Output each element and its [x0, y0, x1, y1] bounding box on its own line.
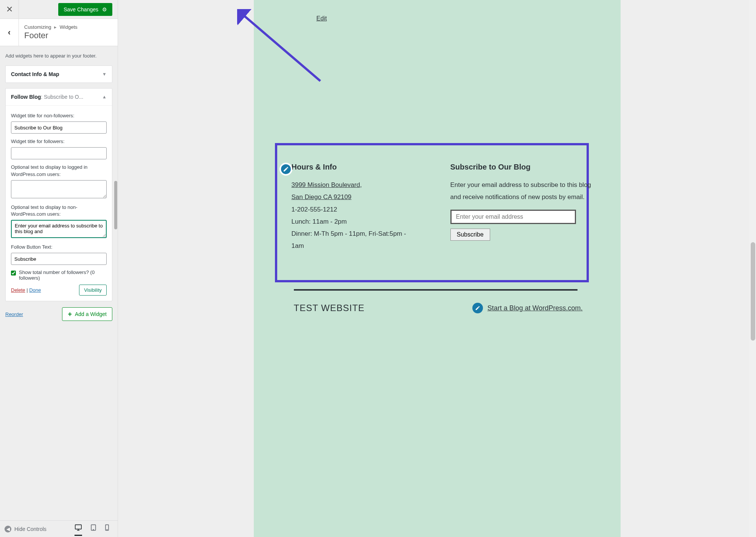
- dinner-line: Dinner: M-Th 5pm - 11pm, Fri-Sat:5pm - 1…: [292, 228, 420, 252]
- preview-scrollbar[interactable]: [749, 0, 756, 537]
- close-icon: ✕: [6, 5, 13, 14]
- show-followers-label: Show total number of followers? (0 follo…: [19, 269, 107, 281]
- sidebar-bottombar: ◀ Hide Controls: [0, 520, 118, 537]
- blog-link-edit-shortcut[interactable]: [472, 303, 483, 313]
- start-blog-link[interactable]: Start a Blog at WordPress.com.: [487, 304, 583, 312]
- nonfollowers-title-input[interactable]: [11, 121, 107, 134]
- customizer-sidebar: ✕ Save Changes ⚙ ‹ Customizing ▸ Widgets…: [0, 0, 118, 537]
- annotation-arrow-icon: [237, 9, 324, 85]
- device-tablet-button[interactable]: [90, 524, 96, 534]
- widget-delete-link[interactable]: Delete: [11, 287, 25, 293]
- add-widget-button[interactable]: + Add a Widget: [62, 307, 112, 321]
- loggedin-text-input[interactable]: [11, 180, 107, 198]
- svg-rect-0: [75, 525, 81, 529]
- footer-divider: [294, 289, 577, 291]
- widget-title: Contact Info & Map: [11, 71, 59, 77]
- save-changes-label: Save Changes: [64, 6, 98, 12]
- arrow-left-icon: ◀: [5, 526, 11, 532]
- breadcrumb-sep-icon: ▸: [54, 24, 57, 30]
- subscribe-heading: Subscribe to Our Blog: [450, 163, 598, 171]
- breadcrumb: Customizing ▸ Widgets: [24, 24, 112, 30]
- tablet-icon: [90, 524, 96, 531]
- device-switcher: [75, 524, 113, 534]
- sidebar-scrollbar[interactable]: [114, 0, 118, 537]
- widgets-footer-actions: Reorder + Add a Widget: [0, 307, 118, 326]
- show-followers-checkbox[interactable]: [11, 271, 16, 276]
- widget-follow-blog: Follow Blog: Subscribe to O... ▲ Widget …: [5, 88, 112, 301]
- subscribe-widget: Subscribe to Our Blog Enter your email a…: [450, 163, 598, 252]
- add-widget-label: Add a Widget: [75, 311, 107, 317]
- widget-done-link[interactable]: Done: [29, 287, 41, 293]
- chevron-up-icon: ▲: [102, 94, 107, 100]
- subscribe-desc: Enter your email address to subscribe to…: [450, 179, 598, 204]
- svg-point-4: [93, 529, 93, 530]
- subscribe-button[interactable]: Subscribe: [450, 229, 490, 241]
- address-line-2[interactable]: San Diego CA 92109: [292, 191, 439, 203]
- sidebar-topbar: ✕ Save Changes ⚙: [0, 0, 118, 19]
- nonloggedin-text-label: Optional text to display to non-WordPres…: [11, 204, 107, 218]
- widget-title-suffix: : Subscribe to O...: [41, 94, 83, 100]
- nonfollowers-title-label: Widget title for non-followers:: [11, 112, 107, 119]
- svg-point-6: [107, 529, 107, 530]
- hide-controls-label: Hide Controls: [14, 526, 47, 532]
- followers-title-label: Widget title for followers:: [11, 138, 107, 145]
- widget-contact-info-header[interactable]: Contact Info & Map ▼: [6, 66, 112, 82]
- page-title: Footer: [24, 31, 112, 40]
- follow-button-text-label: Follow Button Text:: [11, 244, 107, 251]
- footer-edit-shortcut[interactable]: [279, 163, 292, 176]
- blog-link-row: Start a Blog at WordPress.com.: [472, 303, 583, 313]
- section-description: Add widgets here to appear in your foote…: [0, 46, 118, 65]
- sidebar-scrollbar-thumb[interactable]: [114, 181, 117, 229]
- subscribe-email-input[interactable]: [450, 210, 576, 224]
- widget-contact-info: Contact Info & Map ▼: [5, 65, 112, 83]
- save-changes-button[interactable]: Save Changes ⚙: [58, 3, 112, 16]
- widget-actions-row: Delete | Done Visibility: [11, 285, 107, 296]
- widget-visibility-button[interactable]: Visibility: [79, 285, 107, 296]
- hide-controls-button[interactable]: ◀ Hide Controls: [5, 526, 47, 532]
- widget-follow-blog-header[interactable]: Follow Blog: Subscribe to O... ▲: [6, 89, 112, 105]
- hours-info-widget: Hours & Info 3999 Mission Boulevard, San…: [292, 163, 439, 252]
- widget-title-prefix: Follow Blog: [11, 94, 41, 100]
- follow-button-text-input[interactable]: [11, 253, 107, 265]
- site-preview: Edit Hours & Info 3999 Mission Boulevard…: [254, 0, 621, 537]
- preview-scrollbar-thumb[interactable]: [751, 242, 755, 341]
- back-button[interactable]: ‹: [0, 19, 19, 46]
- preview-wrap: Edit Hours & Info 3999 Mission Boulevard…: [118, 0, 756, 537]
- reorder-link[interactable]: Reorder: [5, 311, 23, 317]
- chevron-down-icon: ▼: [102, 72, 107, 77]
- breadcrumb-root: Customizing: [24, 24, 51, 30]
- pencil-icon: [283, 166, 289, 172]
- mobile-icon: [105, 524, 109, 531]
- widget-list: Contact Info & Map ▼ Follow Blog: Subscr…: [0, 65, 118, 307]
- gear-icon: ⚙: [102, 6, 107, 12]
- footer-widget-area: Hours & Info 3999 Mission Boulevard, San…: [292, 163, 598, 252]
- plus-icon: +: [68, 311, 72, 318]
- preview-edit-link[interactable]: Edit: [317, 15, 327, 22]
- chevron-left-icon: ‹: [8, 28, 11, 37]
- svg-line-7: [242, 14, 320, 81]
- site-name: TEST WEBSITE: [294, 303, 365, 313]
- hours-heading: Hours & Info: [292, 163, 439, 171]
- lunch-line: Lunch: 11am - 2pm: [292, 216, 439, 228]
- device-desktop-button[interactable]: [75, 524, 82, 536]
- nonloggedin-text-input[interactable]: Enter your email address to subscribe to…: [11, 220, 107, 238]
- address-line-1[interactable]: 3999 Mission Boulevard,: [292, 179, 439, 191]
- phone-line: 1-202-555-1212: [292, 204, 439, 216]
- followers-title-input[interactable]: [11, 147, 107, 159]
- breadcrumb-leaf: Widgets: [60, 24, 78, 30]
- breadcrumb-row: ‹ Customizing ▸ Widgets Footer: [0, 19, 118, 46]
- widget-follow-blog-body: Widget title for non-followers: Widget t…: [6, 105, 112, 301]
- pencil-icon: [475, 305, 480, 311]
- close-customizer-button[interactable]: ✕: [0, 0, 19, 19]
- desktop-icon: [75, 524, 82, 531]
- device-mobile-button[interactable]: [105, 524, 109, 534]
- loggedin-text-label: Optional text to display to logged in Wo…: [11, 164, 107, 177]
- show-followers-row: Show total number of followers? (0 follo…: [11, 269, 107, 281]
